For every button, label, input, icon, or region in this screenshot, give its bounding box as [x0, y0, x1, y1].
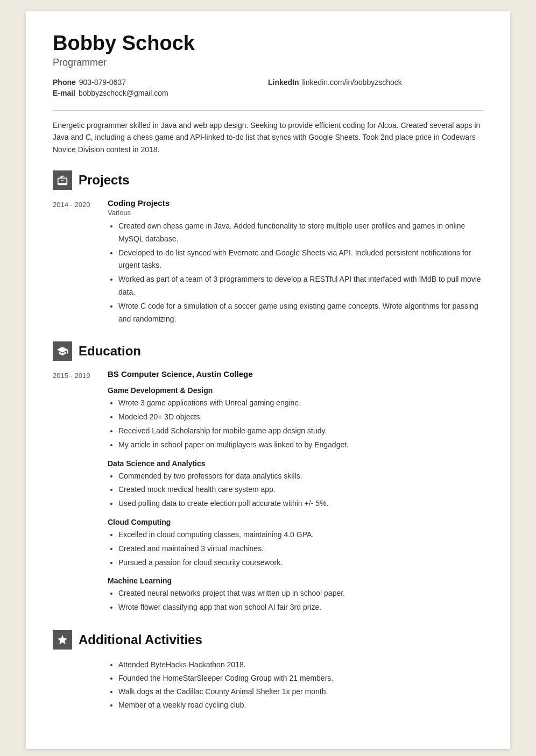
entry-dates: 2014 - 2020	[53, 198, 101, 326]
projects-entries: 2014 - 2020Coding ProjectsVariousCreated…	[53, 198, 483, 326]
summary-text: Energetic programmer skilled in Java and…	[53, 119, 483, 155]
linkedin-value: linkedin.com/in/bobbyzschock	[302, 78, 402, 87]
education-header: Education	[53, 341, 483, 361]
education-icon	[53, 341, 72, 361]
briefcase-icon	[57, 174, 68, 186]
linkedin-item: LinkedInlinkedin.com/in/bobbyzschock	[268, 78, 483, 87]
list-item: Walk dogs at the Cadillac County Animal …	[118, 685, 483, 698]
entry-subtitle: Various	[108, 209, 483, 217]
activities-title: Additional Activities	[79, 632, 202, 647]
subsection-heading: Game Development & Design	[108, 386, 483, 395]
list-item: Pursued a passion for cloud security cou…	[118, 557, 483, 569]
bullet-list: Created own chess game in Java. Added fu…	[108, 220, 483, 325]
activities-header: Additional Activities	[53, 630, 483, 650]
entry-content: Coding ProjectsVariousCreated own chess …	[108, 198, 483, 326]
graduation-icon	[57, 345, 68, 357]
list-item: Founded the HomeStarSleeper Coding Group…	[118, 672, 483, 685]
divider	[53, 110, 483, 111]
list-item: My article in school paper on multiplaye…	[118, 439, 483, 452]
list-item: Wrote flower classifying app that won sc…	[118, 601, 483, 614]
activities-list: Attended ByteHacks Hackathon 2018.Founde…	[108, 658, 483, 712]
education-title: Education	[79, 344, 141, 359]
education-section: Education 2015 - 2019BS Computer Science…	[53, 341, 483, 615]
list-item: Modeled 20+ 3D objects.	[118, 411, 483, 424]
candidate-title: Programmer	[53, 57, 483, 68]
svg-rect-0	[61, 180, 64, 181]
bullet-list: Created neural networks project that was…	[108, 587, 483, 614]
entry-content: BS Computer Science, Austin CollegeGame …	[108, 369, 483, 615]
projects-icon	[53, 170, 72, 190]
list-item: Used polling data to create election pol…	[118, 497, 483, 510]
list-item: Commended by two professors for data ana…	[118, 470, 483, 483]
projects-header: Projects	[53, 170, 483, 190]
linkedin-label: LinkedIn	[268, 78, 299, 87]
email-item: E-mailbobbyzschock@gmail.com	[53, 89, 268, 97]
projects-section: Projects 2014 - 2020Coding ProjectsVario…	[53, 170, 483, 326]
bullet-list: Wrote 3 game applications with Unreal ga…	[108, 397, 483, 451]
email-label: E-mail	[53, 89, 75, 97]
list-item: Created and maintained 3 virtual machine…	[118, 543, 483, 555]
phone-item: Phone903-879-0637	[53, 78, 268, 87]
bullet-list: Excelled in cloud computing classes, mai…	[108, 529, 483, 569]
list-item: Excelled in cloud computing classes, mai…	[118, 529, 483, 541]
list-item: Wrote C code for a simulation of a socce…	[118, 300, 483, 326]
list-item: Wrote 3 game applications with Unreal ga…	[118, 397, 483, 410]
list-item: Developed to-do list synced with Evernot…	[118, 247, 483, 273]
star-icon	[57, 634, 68, 646]
bullet-list: Commended by two professors for data ana…	[108, 470, 483, 510]
list-item: Attended ByteHacks Hackathon 2018.	[118, 658, 483, 672]
projects-title: Projects	[79, 173, 130, 188]
education-entries: 2015 - 2019BS Computer Science, Austin C…	[53, 369, 483, 615]
subsection-heading: Cloud Computing	[108, 518, 483, 526]
activities-section: Additional Activities Attended ByteHacks…	[53, 630, 483, 712]
education-entry: 2015 - 2019BS Computer Science, Austin C…	[53, 369, 483, 615]
email-value: bobbyzschock@gmail.com	[79, 89, 168, 97]
project-entry: 2014 - 2020Coding ProjectsVariousCreated…	[53, 198, 483, 326]
resume-container: Bobby Schock Programmer Phone903-879-063…	[26, 11, 510, 749]
phone-label: Phone	[53, 78, 76, 87]
candidate-name: Bobby Schock	[53, 32, 483, 55]
subsection-heading: Machine Learning	[108, 576, 483, 585]
list-item: Created own chess game in Java. Added fu…	[118, 220, 483, 246]
contact-section: Phone903-879-0637 LinkedInlinkedin.com/i…	[53, 78, 483, 97]
activities-icon	[53, 630, 72, 650]
list-item: Created neural networks project that was…	[118, 587, 483, 600]
entry-title: BS Computer Science, Austin College	[108, 369, 483, 379]
header-section: Bobby Schock Programmer	[53, 32, 483, 68]
list-item: Received Ladd Scholarship for mobile gam…	[118, 425, 483, 438]
list-item: Worked as part of a team of 3 programmer…	[118, 273, 483, 299]
list-item: Created mock medical health care system …	[118, 483, 483, 496]
phone-value: 903-879-0637	[79, 78, 126, 87]
list-item: Member of a weekly road cycling club.	[118, 698, 483, 712]
entry-title: Coding Projects	[108, 198, 483, 208]
entry-dates: 2015 - 2019	[53, 369, 101, 615]
subsection-heading: Data Science and Analytics	[108, 459, 483, 468]
